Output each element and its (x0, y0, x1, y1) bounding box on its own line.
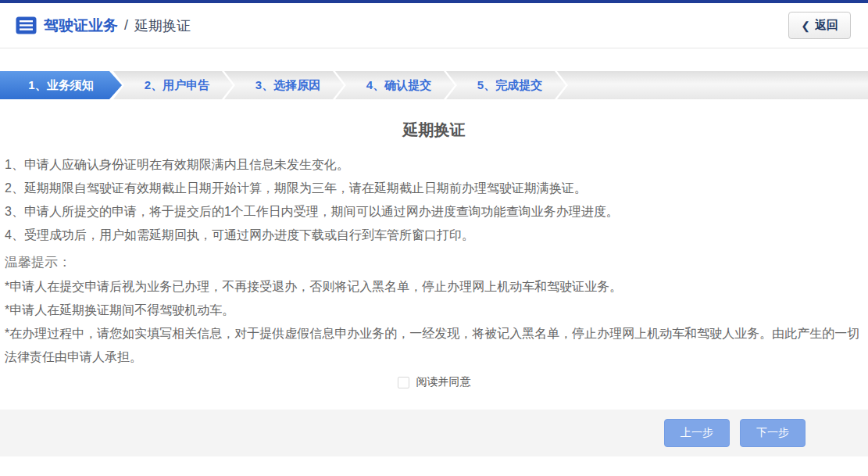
step-label: 4、确认提交 (366, 78, 431, 93)
breadcrumb: 驾驶证业务 (16, 16, 118, 36)
tip-item: *申请人在提交申请后视为业务已办理，不再接受退办，否则将记入黑名单，停止办理网上… (5, 275, 863, 299)
tips-list: *申请人在提交申请后视为业务已办理，不再接受退办，否则将记入黑名单，停止办理网上… (5, 275, 863, 369)
tip-item: *在办理过程中，请您如实填写相关信息，对于提供虚假信息申办业务的，一经发现，将被… (5, 322, 863, 369)
notice-item: 3、申请人所提交的申请，将于提交后的1个工作日内受理，期间可以通过网办进度查询功… (5, 200, 863, 224)
notice-item: 2、延期期限自驾驶证有效期截止日期开始计算，期限为三年，请在延期截止日期前办理驾… (5, 177, 863, 200)
tip-item: *申请人在延期换证期间不得驾驶机动车。 (5, 299, 863, 322)
notice-item: 4、受理成功后，用户如需延期回执，可通过网办进度下载或自行到车管所窗口打印。 (5, 224, 863, 247)
step-progress-bar: 1、业务须知 2、用户申告 3、选择原因 4、确认提交 5、完成提交 (0, 71, 868, 99)
step-2-user-declaration: 2、用户申告 (113, 71, 233, 99)
step-bar-tail (557, 71, 868, 99)
main-content: 1、申请人应确认身份证明在有效期限满内且信息未发生变化。 2、延期期限自驾驶证有… (0, 153, 868, 369)
breadcrumb-current: 延期换证 (134, 16, 191, 35)
step-3-select-reason: 3、选择原因 (224, 71, 344, 99)
previous-step-button[interactable]: 上一步 (664, 419, 730, 447)
notice-list: 1、申请人应确认身份证明在有效期限满内且信息未发生变化。 2、延期期限自驾驶证有… (5, 153, 863, 247)
breadcrumb-section: 驾驶证业务 (44, 16, 118, 36)
list-icon (16, 16, 37, 34)
chevron-left-icon: ❮ (801, 20, 810, 32)
agreement-row: 阅读并同意 (0, 375, 868, 389)
step-1-business-notice: 1、业务须知 (0, 71, 122, 99)
next-step-button[interactable]: 下一步 (740, 419, 805, 447)
agree-label[interactable]: 阅读并同意 (416, 375, 471, 389)
agree-checkbox[interactable] (398, 377, 409, 388)
header: 驾驶证业务 / 延期换证 ❮ 返回 (0, 3, 868, 48)
page-title: 延期换证 (0, 120, 868, 141)
step-label: 1、业务须知 (28, 78, 93, 93)
step-label: 5、完成提交 (477, 78, 542, 93)
step-5-complete-submit: 5、完成提交 (446, 71, 566, 99)
step-4-confirm-submit: 4、确认提交 (335, 71, 455, 99)
breadcrumb-separator: / (124, 17, 128, 34)
back-button[interactable]: ❮ 返回 (788, 12, 851, 39)
back-button-label: 返回 (815, 18, 838, 33)
step-label: 3、选择原因 (255, 78, 320, 93)
step-label: 2、用户申告 (145, 78, 209, 93)
notice-item: 1、申请人应确认身份证明在有效期限满内且信息未发生变化。 (5, 153, 863, 177)
footer-action-bar: 上一步 下一步 (0, 410, 868, 456)
tips-heading: 温馨提示： (5, 250, 863, 275)
